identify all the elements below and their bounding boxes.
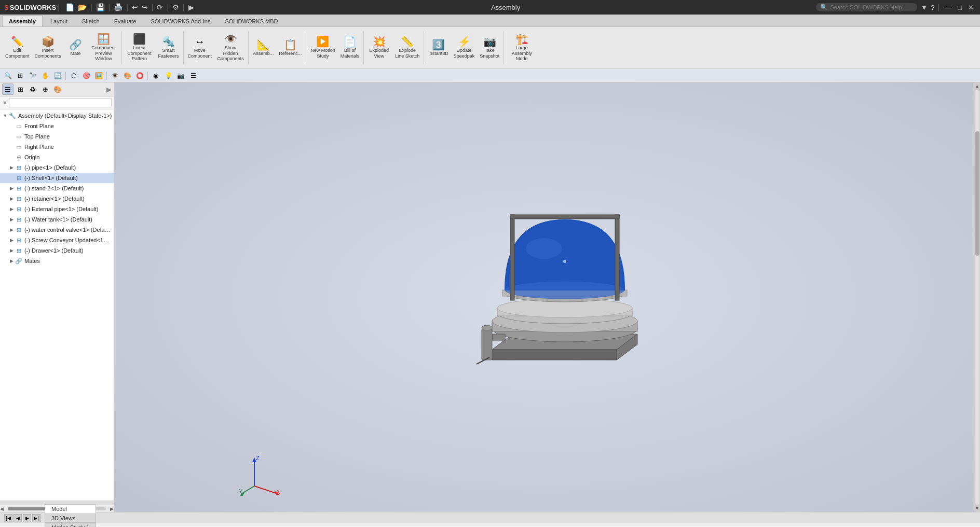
snapshot-icon: 📷 bbox=[483, 36, 496, 47]
panel-feature-tree[interactable]: ☰ bbox=[2, 84, 13, 95]
options-icon[interactable]: ⚙ bbox=[171, 2, 180, 12]
tree-item-origin[interactable]: ⊕ Origin bbox=[0, 152, 114, 162]
btn-linear-component-pattern[interactable]: ⬛ Linear ComponentPattern bbox=[124, 29, 155, 66]
vt-pan[interactable]: ✋ bbox=[39, 70, 51, 81]
btn-reference-geometry[interactable]: 📋 Referenc... bbox=[277, 29, 304, 66]
search-input[interactable] bbox=[830, 4, 913, 10]
tree-item-drawer[interactable]: ▶ ⊞ (-) Drawer<1> (Default) bbox=[0, 245, 114, 256]
tab-assembly[interactable]: Assembly bbox=[2, 16, 43, 26]
vt-scenes[interactable]: ⭕ bbox=[134, 70, 145, 81]
vt-search[interactable]: 🔍 bbox=[2, 70, 13, 81]
save-icon[interactable]: 💾 bbox=[95, 2, 106, 12]
print-icon[interactable]: 🖨️ bbox=[113, 2, 124, 12]
btn-insert-components[interactable]: 📦 InsertComponents bbox=[33, 29, 63, 66]
btn-large-assembly-mode[interactable]: 🏗️ Large AssemblyMode bbox=[506, 29, 537, 66]
panel-dim-expert[interactable]: ⊕ bbox=[39, 84, 51, 95]
search-dropdown[interactable]: ▼ bbox=[919, 2, 929, 12]
tree-item-mates[interactable]: ▶ 🔗 Mates bbox=[0, 256, 114, 266]
btn-new-motion-study[interactable]: ▶️ New MotionStudy bbox=[308, 29, 337, 66]
nav-first[interactable]: |◀ bbox=[4, 514, 12, 522]
btn-smart-fasteners[interactable]: 🔩 SmartFasteners bbox=[156, 29, 181, 66]
smart-fasteners-icon: 🔩 bbox=[162, 36, 175, 47]
tab-addins[interactable]: SOLIDWORKS Add-Ins bbox=[144, 16, 217, 26]
btn-move-component[interactable]: ↔️ MoveComponent bbox=[186, 29, 214, 66]
btn-bill-of-materials[interactable]: 📄 Bill ofMaterials bbox=[338, 29, 362, 66]
btn-explode-line-sketch[interactable]: 📏 ExplodeLine Sketch bbox=[393, 29, 421, 66]
vt-hide-show[interactable]: 👁️ bbox=[109, 70, 120, 81]
tree-filter-input[interactable] bbox=[9, 98, 112, 107]
vt-view-orient[interactable]: ⬡ bbox=[68, 70, 79, 81]
scroll-up[interactable]: ▲ bbox=[975, 84, 979, 89]
vt-section-view[interactable]: 🖼️ bbox=[93, 70, 104, 81]
btn-assembly-viz[interactable]: 📐 Assemb... bbox=[251, 29, 276, 66]
viewport[interactable]: Z X Y bbox=[114, 82, 974, 512]
vt-zoom-area[interactable]: 🔭 bbox=[27, 70, 38, 81]
panel-arrow[interactable]: ▶ bbox=[106, 86, 112, 93]
vt-rotate[interactable]: 🔄 bbox=[52, 70, 63, 81]
tree-item-retainer[interactable]: ▶ ⊞ (-) retainer<1> (Default) bbox=[0, 193, 114, 204]
front-plane-label: Front Plane bbox=[24, 123, 54, 129]
help-button[interactable]: ? bbox=[931, 4, 934, 11]
tree-item-pipe[interactable]: ▶ ⊞ (-) pipe<1> (Default) bbox=[0, 162, 114, 173]
scroll-down[interactable]: ▼ bbox=[975, 506, 979, 511]
btn-mate[interactable]: 🔗 Mate bbox=[64, 29, 87, 66]
vt-lights[interactable]: 💡 bbox=[162, 70, 174, 81]
tree-item-root[interactable]: ▼ 🔧 Assembly (Default<Display State-1>) bbox=[0, 110, 114, 121]
tree-item-watertank[interactable]: ▶ ⊞ (-) Water tank<1> (Default) bbox=[0, 214, 114, 225]
panel-display-manager[interactable]: 🎨 bbox=[52, 84, 63, 95]
minimize-button[interactable]: — bbox=[943, 3, 954, 12]
tree-item-right-plane[interactable]: ▭ Right Plane bbox=[0, 142, 114, 152]
tab-sketch[interactable]: Sketch bbox=[75, 16, 106, 26]
tree-item-valve[interactable]: ▶ ⊞ (-) water control valve<1> (Default) bbox=[0, 225, 114, 235]
tree-item-shell[interactable]: ⊞ (-) Shell<1> (Default) bbox=[0, 173, 114, 183]
tree-item-screw[interactable]: ▶ ⊞ (-) Screw Conveyor Updated<1> ([ bbox=[0, 235, 114, 245]
nav-last[interactable]: ▶| bbox=[32, 514, 40, 522]
bom-icon: 📄 bbox=[343, 36, 356, 47]
tab-mbd[interactable]: SOLIDWORKS MBD bbox=[218, 16, 284, 26]
panel-config-manager[interactable]: ♻ bbox=[27, 84, 38, 95]
new-icon[interactable]: 📄 bbox=[64, 2, 75, 12]
speedpak-icon: ⚡ bbox=[458, 36, 471, 47]
tab-model[interactable]: Model bbox=[45, 504, 96, 514]
btn-take-snapshot[interactable]: 📷 TakeSnapshot bbox=[478, 29, 501, 66]
open-icon[interactable]: 📂 bbox=[77, 2, 88, 12]
undo-icon[interactable]: ↩ bbox=[131, 2, 139, 12]
expand-icon[interactable]: ▶ bbox=[187, 2, 195, 12]
vt-zoom-fit[interactable]: ⊞ bbox=[15, 70, 26, 81]
vt-cameras[interactable]: 📷 bbox=[175, 70, 186, 81]
right-scrollbar[interactable]: ▲ ▼ bbox=[974, 82, 980, 512]
svg-point-21 bbox=[563, 260, 566, 263]
nav-next[interactable]: ▶ bbox=[23, 514, 31, 522]
vt-appearance[interactable]: 🎨 bbox=[121, 70, 133, 81]
btn-show-hidden-components[interactable]: 👁️ Show HiddenComponents bbox=[215, 29, 246, 66]
expand-right bbox=[8, 144, 15, 150]
btn-exploded-view[interactable]: 💥 ExplodedView bbox=[366, 29, 392, 66]
vt-display-manager[interactable]: ☰ bbox=[187, 70, 199, 81]
btn-instant3d[interactable]: 3️⃣ Instant3D bbox=[426, 29, 451, 66]
vt-apply-scene[interactable]: ◉ bbox=[150, 70, 161, 81]
stand2-label: (-) stand 2<1> (Default) bbox=[24, 185, 84, 191]
panel-nav-left[interactable]: ◀ bbox=[0, 506, 4, 511]
btn-update-speedpak[interactable]: ⚡ UpdateSpeedpak bbox=[452, 29, 477, 66]
component-icon-shell: ⊞ bbox=[15, 174, 23, 182]
tab-layout[interactable]: Layout bbox=[44, 16, 74, 26]
tab-3dviews[interactable]: 3D Views bbox=[45, 514, 96, 523]
tab-evaluate[interactable]: Evaluate bbox=[107, 16, 143, 26]
panel-nav-right[interactable]: ▶ bbox=[110, 506, 114, 511]
sep3 bbox=[248, 31, 249, 64]
panel-property-manager[interactable]: ⊞ bbox=[15, 84, 26, 95]
btn-component-preview[interactable]: 🪟 ComponentPreview Window bbox=[88, 29, 119, 66]
maximize-button[interactable]: □ bbox=[956, 3, 964, 12]
vt-display-style[interactable]: 🎯 bbox=[80, 70, 92, 81]
tree-item-stand2[interactable]: ▶ ⊞ (-) stand 2<1> (Default) bbox=[0, 183, 114, 193]
tree-item-extpipe[interactable]: ▶ ⊞ (-) External pipe<1> (Default) bbox=[0, 204, 114, 214]
rebuild-icon[interactable]: ⟳ bbox=[156, 2, 164, 12]
tree-item-top-plane[interactable]: ▭ Top Plane bbox=[0, 131, 114, 142]
tree-item-front-plane[interactable]: ▭ Front Plane bbox=[0, 121, 114, 131]
svg-marker-1 bbox=[492, 350, 617, 360]
btn-edit-component[interactable]: ✏️ EditComponent bbox=[3, 29, 32, 66]
close-button[interactable]: ✕ bbox=[966, 3, 976, 12]
redo-icon[interactable]: ↪ bbox=[141, 2, 149, 12]
nav-prev[interactable]: ◀ bbox=[13, 514, 22, 522]
tab-motion-study[interactable]: Motion Study 1 bbox=[45, 523, 96, 528]
